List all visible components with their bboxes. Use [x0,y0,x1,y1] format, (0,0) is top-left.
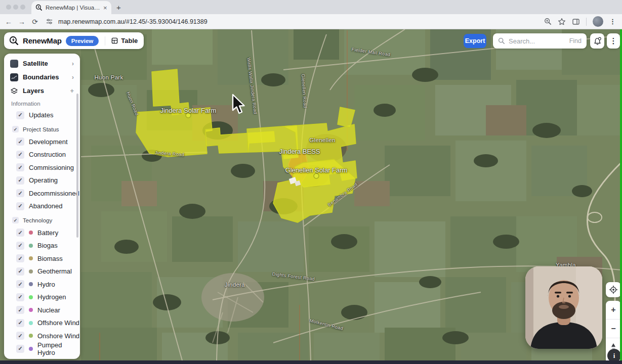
pumped-hydro-color-dot [29,347,33,351]
checkbox-checked[interactable]: ✓ [12,126,19,132]
hydrogen-color-dot [29,295,33,299]
checkbox-checked[interactable]: ✓ [16,293,24,301]
sidebar-item-satellite[interactable]: Satellite › [4,57,80,70]
checkbox-checked[interactable]: ✓ [16,319,24,327]
checkbox-checked[interactable]: ✓ [16,267,24,276]
checkbox-checked[interactable]: ✓ [16,254,24,262]
side-panel-icon[interactable] [572,18,580,26]
new-tab-button[interactable]: + [116,3,121,12]
site-info-icon[interactable] [46,18,53,25]
checkbox-checked[interactable]: ✓ [16,189,24,197]
geolocate-button[interactable] [606,282,621,297]
layers-label: Layers [23,87,65,95]
checkbox-checked[interactable]: ✓ [16,176,24,185]
updates-label: Updates [29,111,53,119]
status-label: Abandoned [29,202,63,210]
window-minimize-button[interactable] [13,5,18,10]
section-row-project-status[interactable]: ✓ Project Status [4,123,80,135]
onshore-wind-color-dot [29,334,33,338]
tech-label: Pumped Hydro [37,341,80,356]
checkbox-checked[interactable]: ✓ [16,306,24,314]
hydro-color-dot [29,282,33,286]
url-field[interactable]: map.renewmap.com.au/#12.45/-35.93004/146… [58,18,208,25]
sidebar-scrollbar[interactable] [76,94,78,238]
section-row-technology[interactable]: ✓ Technology [4,214,80,226]
checkbox-checked[interactable]: ✓ [16,138,24,146]
add-layer-icon[interactable]: + [70,87,74,95]
satellite-thumbnail-icon [10,60,18,68]
tech-label: Hydro [37,281,55,288]
layers-icon [10,87,18,95]
checkbox-checked[interactable]: ✓ [16,163,24,171]
table-icon [111,37,118,44]
tech-label: Biomass [37,255,63,262]
renewmap-favicon [35,4,43,11]
preview-badge: Preview [66,36,99,46]
zoom-out-button[interactable]: − [606,320,621,338]
biomass-color-dot [29,256,33,260]
tech-row-biogas[interactable]: ✓ Biogas [4,239,80,252]
tech-row-battery[interactable]: ✓ Battery [4,226,80,240]
checkbox-checked[interactable]: ✓ [16,202,24,210]
search-bar[interactable]: Find [493,33,587,49]
tech-row-geothermal[interactable]: ✓ Geothermal [4,265,80,278]
checkbox-checked[interactable]: ✓ [16,280,24,288]
status-row-development[interactable]: ✓ Development [4,135,80,149]
tech-row-pumped-hydro[interactable]: ✓ Pumped Hydro [4,342,80,355]
green-edge-strip [620,29,622,361]
status-row-abandoned[interactable]: ✓ Abandoned [4,200,80,213]
bookmark-star-icon[interactable] [558,18,566,26]
project-status-label: Project Status [23,126,59,132]
renewmap-logo-icon [9,36,19,46]
tab-close-icon[interactable]: × [103,5,107,11]
tech-row-nuclear[interactable]: ✓ Nuclear [4,304,80,317]
status-row-construction[interactable]: ✓ Construction [4,148,80,161]
status-label: Decommissioned [29,190,79,197]
status-row-commissioning[interactable]: ✓ Commissioning [4,161,80,174]
tech-row-hydro[interactable]: ✓ Hydro [4,278,80,291]
reload-icon[interactable]: ⟳ [28,18,42,26]
forward-icon[interactable]: → [15,18,28,26]
checkbox-checked[interactable]: ✓ [16,111,24,119]
status-label: Development [29,138,68,146]
chevron-right-icon: › [72,73,74,81]
back-icon[interactable]: ← [2,18,15,26]
status-label: Construction [29,151,66,158]
checkbox-checked[interactable]: ✓ [16,332,24,340]
header-divider [105,36,105,46]
checkbox-checked[interactable]: ✓ [12,217,19,223]
tech-label: Biogas [37,242,58,249]
tech-row-onshore-wind[interactable]: ✓ Onshore Wind [4,330,80,343]
sidebar-item-boundaries[interactable]: Boundaries › [4,70,80,84]
checkbox-checked[interactable]: ✓ [16,242,24,250]
offshore-wind-color-dot [29,321,33,325]
checkbox-checked[interactable]: ✓ [16,151,24,159]
tech-label: Geothermal [37,267,72,275]
export-button[interactable]: Export [464,34,486,48]
checkbox-checked[interactable]: ✓ [16,229,24,237]
window-zoom-button[interactable] [20,5,25,10]
layer-row-updates[interactable]: ✓ Updates [4,109,80,122]
app-menu-button[interactable]: ⋮ [607,33,620,49]
notifications-button[interactable] [590,33,604,49]
tech-row-hydrogen[interactable]: ✓ Hydrogen [4,291,80,304]
tech-row-offshore-wind[interactable]: ✓ Offshore Wind [4,316,80,330]
checkbox-checked[interactable]: ✓ [16,345,24,353]
table-button[interactable]: Table [111,37,138,44]
browser-tab[interactable]: RenewMap | Visualising Aust × [31,1,111,14]
status-row-operating[interactable]: ✓ Operating [4,174,80,187]
search-input[interactable] [509,37,566,45]
zoom-in-button[interactable]: + [606,301,621,320]
status-label: Commissioning [29,164,74,171]
window-close-button[interactable] [6,5,11,10]
table-button-label: Table [121,37,138,44]
sidebar-item-layers[interactable]: Layers + [4,84,80,98]
nuclear-color-dot [29,308,33,312]
profile-avatar[interactable] [593,16,603,27]
tech-label: Battery [37,229,58,237]
browser-menu-icon[interactable]: ⋮ [609,18,616,25]
biogas-color-dot [29,244,33,248]
status-row-decommissioned[interactable]: ✓ Decommissioned [4,187,80,200]
page-zoom-icon[interactable] [544,18,552,25]
tech-row-biomass[interactable]: ✓ Biomass [4,252,80,265]
